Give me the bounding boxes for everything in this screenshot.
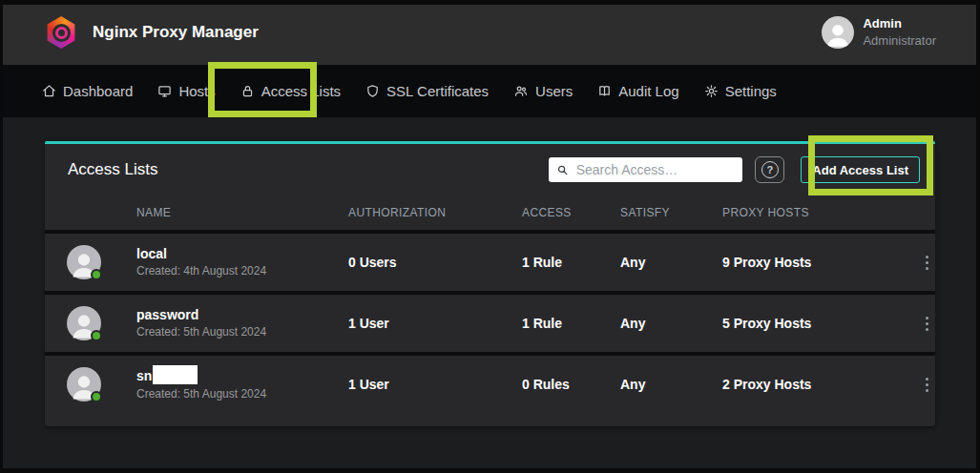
proxy-hosts-cell: 2 Proxy Hosts: [722, 377, 905, 392]
avatar: [67, 306, 101, 340]
question-icon: ?: [761, 161, 779, 178]
user-name: Admin: [863, 15, 936, 32]
home-icon: [42, 84, 56, 98]
nav-label: Dashboard: [63, 83, 133, 99]
authorization-cell: 0 Users: [348, 255, 522, 270]
nav-label: SSL Certificates: [386, 83, 489, 99]
shield-icon: [365, 84, 380, 98]
main-nav: Dashboard Hosts Access Lists SSL Certifi…: [0, 65, 980, 117]
window-frame-edge: [0, 468, 980, 473]
table-row[interactable]: sn Created: 5th August 2024 1 User 0 Rul…: [45, 352, 935, 413]
nav-item-users[interactable]: Users: [513, 83, 573, 99]
nav-label: Users: [535, 83, 573, 99]
kebab-menu-icon: [926, 317, 928, 319]
gear-icon: [704, 84, 719, 98]
created-date: Created: 5th August 2024: [136, 387, 348, 401]
add-access-list-button[interactable]: Add Access List: [801, 156, 920, 183]
access-cell: 1 Rule: [522, 255, 620, 270]
avatar: [822, 16, 854, 49]
users-icon: [513, 84, 529, 98]
access-cell: 1 Rule: [522, 316, 620, 331]
col-header-authorization: AUTHORIZATION: [348, 206, 522, 219]
app-title: Nginx Proxy Manager: [93, 23, 259, 42]
row-menu-button[interactable]: [912, 248, 941, 277]
nav-label: Audit Log: [618, 83, 678, 99]
created-date: Created: 5th August 2024: [136, 325, 348, 339]
book-icon: [597, 84, 612, 98]
satisfy-cell: Any: [620, 316, 722, 331]
kebab-menu-icon: [926, 378, 928, 380]
nav-item-hosts[interactable]: Hosts: [157, 83, 215, 99]
nav-label: Settings: [725, 83, 777, 99]
nav-label: Access Lists: [261, 83, 341, 99]
satisfy-cell: Any: [620, 255, 722, 270]
nav-item-ssl-certificates[interactable]: SSL Certificates: [365, 83, 489, 99]
authorization-cell: 1 User: [348, 316, 522, 331]
avatar: [67, 245, 101, 279]
nginx-proxy-manager-logo-icon: [46, 16, 76, 49]
access-list-name: local: [136, 247, 167, 261]
authorization-cell: 1 User: [348, 377, 522, 392]
nav-item-settings[interactable]: Settings: [704, 83, 777, 99]
topbar: Nginx Proxy Manager Admin Administrator: [0, 0, 980, 65]
row-menu-button[interactable]: [912, 370, 941, 399]
help-button[interactable]: ?: [755, 156, 784, 183]
table-header: NAME AUTHORIZATION ACCESS SATISFY PROXY …: [45, 195, 935, 230]
table-row[interactable]: password Created: 5th August 2024 1 User…: [45, 291, 935, 352]
nav-label: Hosts: [178, 83, 215, 99]
search-box: [549, 157, 742, 182]
panel-header: Access Lists ? Add Access List: [45, 144, 935, 195]
nav-item-audit-log[interactable]: Audit Log: [597, 83, 678, 99]
user-role: Administrator: [863, 32, 936, 50]
search-icon: [556, 163, 569, 177]
col-header-name: NAME: [136, 206, 348, 219]
redaction-box: [153, 365, 198, 384]
proxy-hosts-cell: 5 Proxy Hosts: [722, 316, 905, 331]
kebab-menu-icon: [926, 256, 928, 258]
access-list-name: password: [136, 308, 198, 322]
table-row[interactable]: local Created: 4th August 2024 0 Users 1…: [45, 230, 935, 291]
col-header-access: ACCESS: [522, 206, 620, 219]
avatar: [67, 367, 101, 401]
row-menu-button[interactable]: [912, 309, 941, 338]
created-date: Created: 4th August 2024: [136, 264, 348, 278]
nav-item-access-lists[interactable]: Access Lists: [240, 83, 341, 99]
col-header-proxy-hosts: PROXY HOSTS: [722, 206, 905, 219]
status-online-dot: [91, 391, 102, 402]
monitor-icon: [157, 84, 172, 98]
proxy-hosts-cell: 9 Proxy Hosts: [722, 255, 905, 270]
user-menu[interactable]: Admin Administrator: [822, 15, 936, 49]
access-list-name: sn: [136, 369, 152, 383]
lock-icon: [240, 84, 255, 98]
col-header-satisfy: SATISFY: [620, 206, 722, 219]
page-title: Access Lists: [68, 160, 157, 179]
access-lists-panel: Access Lists ? Add Access List NAME AUTH…: [45, 141, 935, 426]
access-cell: 0 Rules: [522, 377, 620, 392]
nav-item-dashboard[interactable]: Dashboard: [42, 83, 133, 99]
status-online-dot: [91, 330, 102, 341]
search-input[interactable]: [576, 162, 736, 177]
status-online-dot: [91, 269, 102, 280]
satisfy-cell: Any: [620, 377, 722, 392]
